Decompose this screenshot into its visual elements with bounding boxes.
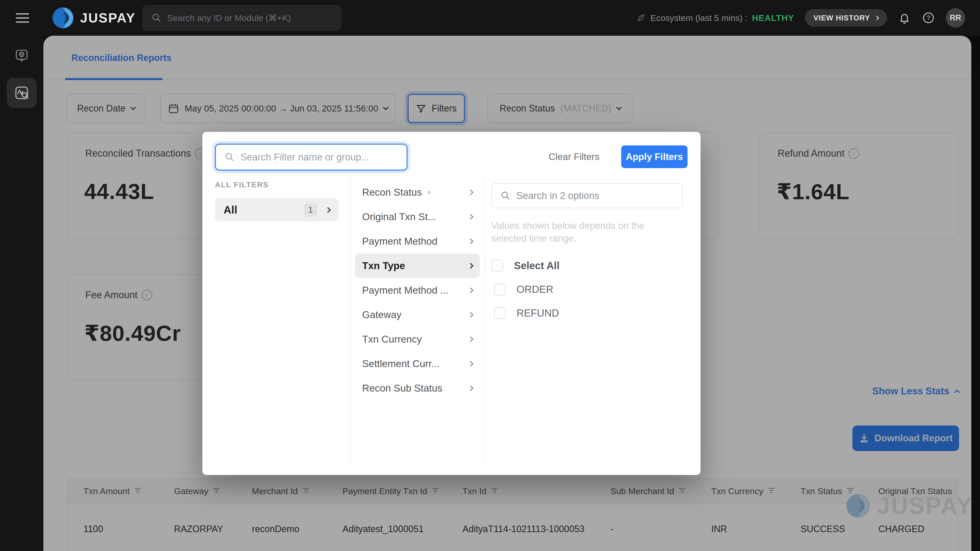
topbar: JUSPAY Ecosystem (last 5 mins) : HEALTHY… xyxy=(0,0,980,36)
filter-item-label: Settlement Curr... xyxy=(362,358,439,369)
juspay-logo-icon xyxy=(51,6,75,30)
select-all-option[interactable]: Select All xyxy=(491,260,682,272)
filter-item-original-txn-st[interactable]: Original Txn St... xyxy=(355,205,480,229)
app-root: JUSPAY Ecosystem (last 5 mins) : HEALTHY… xyxy=(0,0,980,551)
filter-group-all[interactable]: All 1 xyxy=(215,198,339,221)
filter-item-label: Original Txn St... xyxy=(362,211,436,222)
chevron-right-icon xyxy=(325,207,331,213)
filter-item-label: Txn Type xyxy=(362,260,405,272)
chevron-right-icon xyxy=(468,337,474,342)
view-history-label: VIEW HISTORY xyxy=(814,14,870,22)
brand: JUSPAY xyxy=(51,6,135,30)
search-icon xyxy=(151,13,162,23)
chevron-right-icon xyxy=(468,214,474,220)
filter-item-payment-method[interactable]: Payment Method ... xyxy=(355,278,480,303)
checkbox-icon[interactable] xyxy=(494,307,506,319)
global-search-input[interactable] xyxy=(167,13,341,23)
svg-text:?: ? xyxy=(927,14,930,21)
view-history-button[interactable]: VIEW HISTORY xyxy=(805,9,887,27)
filter-search[interactable] xyxy=(215,144,407,171)
hamburger-menu-icon[interactable] xyxy=(16,11,29,25)
option-label: ORDER xyxy=(517,284,553,295)
filters-modal: Clear Filters Apply Filters ALL FILTERS … xyxy=(202,132,700,475)
global-search[interactable] xyxy=(142,5,342,30)
topbar-right: Ecosystem (last 5 mins) : HEALTHY VIEW H… xyxy=(636,0,965,36)
chevron-right-icon xyxy=(468,263,474,269)
filter-item-label: Payment Method ... xyxy=(362,285,449,296)
chevron-right-icon xyxy=(468,238,474,245)
chevron-right-icon xyxy=(468,361,474,367)
ecosystem-label: Ecosystem (last 5 mins) : xyxy=(651,13,748,23)
option-rows: ORDERREFUND xyxy=(491,283,682,319)
ecosystem-health: Ecosystem (last 5 mins) : HEALTHY xyxy=(636,13,794,23)
filter-group-label: All xyxy=(224,204,237,216)
sidebar-item-recon-analytics[interactable] xyxy=(6,78,37,108)
filter-item-label: Recon Sub Status xyxy=(362,383,442,394)
search-icon xyxy=(224,152,235,162)
clear-filters-button[interactable]: Clear Filters xyxy=(549,145,600,168)
filter-search-input[interactable] xyxy=(240,152,407,163)
leaf-icon xyxy=(636,13,646,23)
ecosystem-status-badge: HEALTHY xyxy=(752,13,794,23)
user-avatar[interactable]: RR xyxy=(946,8,965,27)
sidebar xyxy=(0,36,43,551)
filter-options-panel: Values shown below depends on the select… xyxy=(491,183,682,319)
chevron-right-icon xyxy=(468,386,474,391)
apply-filters-button[interactable]: Apply Filters xyxy=(621,145,687,168)
chevron-right-icon xyxy=(874,16,879,20)
chevron-right-icon xyxy=(468,312,474,318)
filter-item-payment-method[interactable]: Payment Method xyxy=(355,229,480,254)
filter-item-gateway[interactable]: Gateway xyxy=(355,303,480,327)
option-label: REFUND xyxy=(517,307,559,319)
filter-item-label: Payment Method xyxy=(362,236,438,247)
brand-name: JUSPAY xyxy=(80,10,135,25)
chevron-right-icon xyxy=(468,189,474,195)
filter-item-txn-type[interactable]: Txn Type xyxy=(355,254,480,278)
chevron-right-icon xyxy=(468,287,474,293)
filter-item-label: Recon Status xyxy=(362,187,422,198)
option-refund[interactable]: REFUND xyxy=(491,307,682,319)
checkbox-icon[interactable] xyxy=(491,260,503,272)
filter-item-txn-currency[interactable]: Txn Currency xyxy=(355,327,480,351)
sidebar-item-modules[interactable] xyxy=(14,48,29,63)
filter-item-recon-sub-status[interactable]: Recon Sub Status xyxy=(355,376,480,400)
filter-list: Recon StatusOriginal Txn St...Payment Me… xyxy=(350,175,485,462)
notifications-bell-icon[interactable] xyxy=(898,11,911,24)
filter-groups-panel: ALL FILTERS All 1 xyxy=(215,180,339,221)
checkbox-icon[interactable] xyxy=(494,283,506,295)
filter-item-recon-status[interactable]: Recon Status xyxy=(355,180,480,205)
options-search[interactable] xyxy=(491,183,682,208)
filter-item-label: Txn Currency xyxy=(362,333,422,345)
filter-item-label: Gateway xyxy=(362,309,401,321)
options-search-input[interactable] xyxy=(516,190,682,201)
help-icon[interactable]: ? xyxy=(922,11,935,24)
filter-item-settlement-curr[interactable]: Settlement Curr... xyxy=(355,351,480,376)
options-hint-text: Values shown below depends on the select… xyxy=(491,219,660,245)
option-order[interactable]: ORDER xyxy=(491,283,682,295)
all-filters-heading: ALL FILTERS xyxy=(215,180,339,189)
select-all-label: Select All xyxy=(514,260,560,272)
search-icon xyxy=(501,191,511,201)
active-filter-dot-icon xyxy=(428,191,431,194)
filter-group-count-badge: 1 xyxy=(304,203,317,217)
